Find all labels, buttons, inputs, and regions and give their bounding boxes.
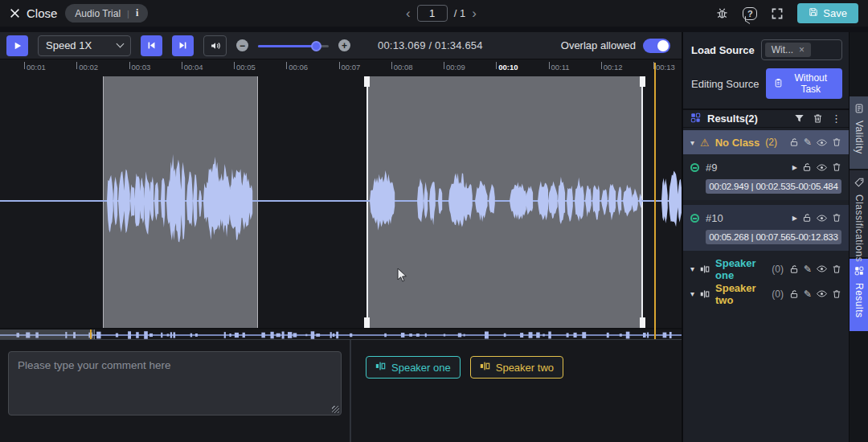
skip-back-button[interactable] [141,35,162,56]
lock-icon[interactable] [789,289,799,299]
skip-forward-button[interactable] [172,35,194,56]
trash-icon[interactable] [813,113,823,124]
timeline: 00:0100:0200:0300:0400:0500:0600:0700:08… [0,59,682,339]
time-ruler[interactable]: 00:0100:0200:0300:0400:0500:0600:0700:08… [0,59,682,76]
overlap-toggle[interactable] [643,39,670,53]
pencil-icon[interactable]: ✎ [804,289,812,300]
ruler-label: 00:05 [236,63,256,72]
pencil-icon[interactable]: ✎ [804,137,812,148]
without-task-button[interactable]: Without Task [766,68,842,99]
segment-icon [375,361,386,374]
top-bar: Close Audio Trial | i ‹ / 1 › ? [0,0,868,27]
speaker-two-class-button[interactable]: Speaker two [470,356,563,379]
bug-report-icon[interactable] [715,6,729,20]
tab-classifications[interactable]: Classifications [850,170,868,257]
source-tag: Wit... × [765,43,811,57]
page-total: / 1 [454,7,465,19]
playhead[interactable] [654,63,656,339]
pencil-icon[interactable]: ✎ [804,264,812,275]
ruler-label: 00:06 [289,63,308,72]
info-icon[interactable]: i [136,7,138,19]
eye-icon[interactable] [817,137,827,148]
eye-icon[interactable] [817,289,827,299]
speaker-two-label: Speaker two [496,362,554,374]
class-buttons-section: Speaker one Speaker two [351,340,682,442]
chevron-down-icon[interactable]: ▾ [690,138,694,147]
results-panel-header: Results(2) ⋮ [683,108,849,128]
prev-page-icon[interactable]: ‹ [406,6,411,20]
no-class-group-row[interactable]: ▾ ⚠ No Class (2) ✎ [683,130,849,154]
waveform [0,76,682,328]
result-item[interactable]: #10 ▶ 00:05.268 | 00:07.565-00:12.833 [683,205,849,251]
results-grid-icon [690,112,701,126]
time-display: 00:13.069 / 01:34.654 [378,39,483,51]
load-source-label: Load Source [691,44,755,56]
remove-tag-icon[interactable]: × [799,44,805,55]
close-icon [10,8,20,18]
fullscreen-icon[interactable] [771,7,784,20]
speaker-one-group-row[interactable]: ▾ Speaker one (0) ✎ [683,257,849,280]
trial-name-pill[interactable]: Audio Trial | i [65,4,148,23]
ruler-label: 00:03 [132,63,151,72]
zoom-out-icon[interactable]: − [236,39,248,51]
tab-classifications-label: Classifications [854,194,865,262]
audio-annotation-app: Close Audio Trial | i ‹ / 1 › ? [0,0,868,442]
chevron-down-icon[interactable]: ▾ [690,289,694,298]
speaker-two-group-row[interactable]: ▾ Speaker two (0) ✎ [683,282,849,305]
ruler-tick [24,62,25,69]
play-segment-icon[interactable]: ▶ [792,215,797,222]
waveform-area[interactable] [0,76,682,328]
toggle-knob [657,40,669,51]
trash-icon[interactable] [832,264,841,274]
result-id: #10 [706,212,723,224]
slider-knob[interactable] [311,41,321,51]
lock-icon[interactable] [802,162,812,172]
eye-icon[interactable] [817,162,827,173]
play-segment-icon[interactable]: ▶ [792,164,797,171]
ruler-label: 00:13 [656,63,675,72]
kebab-menu-icon[interactable]: ⋮ [831,113,841,125]
speaker-one-label: Speaker one [391,362,451,374]
help-icon[interactable]: ? [743,7,757,20]
play-button[interactable] [6,35,28,56]
eye-icon[interactable] [817,213,827,223]
save-button[interactable]: Save [797,3,858,23]
warning-icon: ⚠ [700,137,710,149]
load-source-select[interactable]: Wit... × [761,39,842,60]
ruler-label: 00:02 [79,63,98,72]
volume-button[interactable] [203,35,227,56]
speed-select[interactable]: Speed 1X [38,35,131,56]
lock-icon[interactable] [789,137,799,147]
zoom-in-icon[interactable]: + [338,39,350,51]
ruler-label: 00:07 [342,63,361,72]
speaker-one-class-button[interactable]: Speaker one [366,356,461,379]
tab-validity[interactable]: Validity [850,96,868,169]
editing-source-label: Editing Source [691,78,760,90]
lock-icon[interactable] [802,213,812,223]
pill-divider: | [127,9,129,18]
eye-icon[interactable] [817,264,827,274]
zoom-slider[interactable] [258,40,329,51]
result-item[interactable]: #9 ▶ 00:02.949 | 00:02.535-00:05.484 [683,154,849,200]
mouse-cursor [395,268,408,285]
tab-validity-label: Validity [854,121,865,154]
minimap-viewport[interactable] [0,329,95,339]
side-tab-strip: Validity Classifications Results [849,32,868,442]
ruler-tick [496,62,497,69]
lock-icon[interactable] [789,264,799,274]
comment-input[interactable] [8,351,342,415]
minimap[interactable] [0,328,682,339]
trash-icon[interactable] [832,162,841,172]
trash-icon[interactable] [832,137,841,147]
page-number-input[interactable] [417,5,448,22]
trash-icon[interactable] [832,289,841,299]
trash-icon[interactable] [832,213,841,223]
close-button[interactable]: Close [10,6,57,20]
segment-time-range: 00:05.268 | 00:07.565-00:12.833 [706,230,841,244]
results-title: Results(2) [707,113,758,125]
filter-icon[interactable] [794,113,805,124]
chevron-down-icon[interactable]: ▾ [690,264,694,273]
tab-results[interactable]: Results [850,259,868,331]
next-page-icon[interactable]: › [472,6,477,20]
ruler-label: 00:04 [184,63,203,72]
